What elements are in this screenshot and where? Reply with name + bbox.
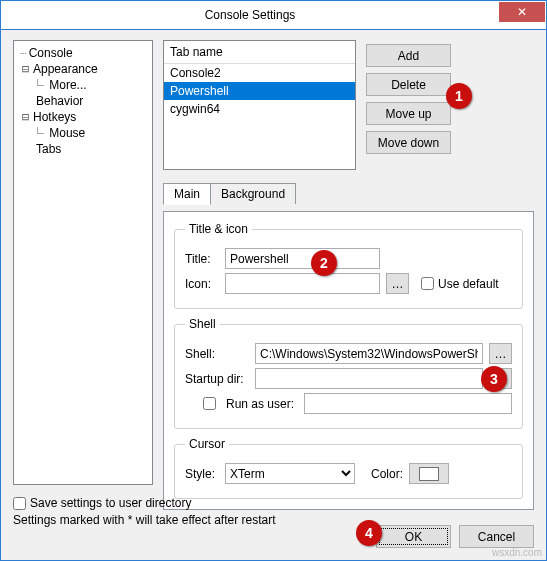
restart-note: Settings marked with * will take effect …: [13, 513, 276, 527]
tree-label: Behavior: [34, 94, 83, 108]
close-button[interactable]: ✕: [499, 2, 545, 22]
tree-label: Hotkeys: [31, 110, 76, 124]
run-as-user-checkbox[interactable]: [203, 397, 216, 410]
group-legend: Title & icon: [185, 222, 252, 236]
title-label: Title:: [185, 252, 219, 266]
tree-item-appearance[interactable]: ⊟Appearance: [16, 61, 150, 77]
tab-page-main: Title & icon Title: Icon: … Use default: [163, 211, 534, 510]
startup-dir-browse-button[interactable]: …: [489, 368, 512, 389]
tree-item-console[interactable]: ┄Console: [16, 45, 150, 61]
group-title-icon: Title & icon Title: Icon: … Use default: [174, 222, 523, 309]
window-title: Console Settings: [1, 8, 499, 22]
tab-name-item[interactable]: cygwin64: [164, 100, 355, 118]
move-down-button[interactable]: Move down: [366, 131, 451, 154]
tab-name-item[interactable]: Powershell: [164, 82, 355, 100]
use-default-text: Use default: [438, 277, 499, 291]
title-input[interactable]: [225, 248, 380, 269]
color-swatch: [419, 467, 439, 481]
style-select[interactable]: XTerm: [225, 463, 355, 484]
tab-name-item[interactable]: Console2: [164, 64, 355, 82]
dialog-body: ┄Console ⊟Appearance └╴More... Behavior …: [0, 30, 547, 561]
save-to-dir-checkbox[interactable]: [13, 497, 26, 510]
group-shell: Shell Shell: … Startup dir: … Run as use…: [174, 317, 523, 429]
add-button[interactable]: Add: [366, 44, 451, 67]
tree-item-hotkeys[interactable]: ⊟Hotkeys: [16, 109, 150, 125]
run-as-user-label: Run as user:: [226, 397, 294, 411]
cancel-button[interactable]: Cancel: [459, 525, 534, 548]
tab-main[interactable]: Main: [163, 183, 211, 205]
style-label: Style:: [185, 467, 219, 481]
move-up-button[interactable]: Move up: [366, 102, 451, 125]
tree-connector: └╴: [34, 79, 47, 92]
delete-button[interactable]: Delete: [366, 73, 451, 96]
startup-dir-label: Startup dir:: [185, 372, 249, 386]
tree-connector: ┄: [20, 47, 27, 60]
icon-input[interactable]: [225, 273, 380, 294]
tree-label: More...: [47, 78, 86, 92]
shell-input[interactable]: [255, 343, 483, 364]
tab-name-header: Tab name: [164, 41, 355, 64]
tree-label: Appearance: [31, 62, 98, 76]
save-to-dir-label[interactable]: Save settings to user directory: [13, 496, 191, 510]
tree-label: Console: [27, 46, 73, 60]
tree-item-tabs[interactable]: Tabs: [16, 141, 150, 157]
tab-background[interactable]: Background: [210, 183, 296, 204]
tree-connector: └╴: [34, 127, 47, 140]
run-as-user-input[interactable]: [304, 393, 512, 414]
tab-strip: Main Background: [163, 183, 534, 204]
watermark: wsxdn.com: [492, 547, 542, 558]
tree-label: Tabs: [34, 142, 61, 156]
ok-button[interactable]: OK: [376, 525, 451, 548]
shell-browse-button[interactable]: …: [489, 343, 512, 364]
color-label: Color:: [371, 467, 403, 481]
tree-label: Mouse: [47, 126, 85, 140]
shell-label: Shell:: [185, 347, 249, 361]
startup-dir-input[interactable]: [255, 368, 483, 389]
use-default-checkbox[interactable]: [421, 277, 434, 290]
use-default-label[interactable]: Use default: [421, 277, 499, 291]
titlebar: Console Settings ✕: [0, 0, 547, 30]
close-icon: ✕: [517, 5, 527, 19]
ellipsis-icon: …: [392, 277, 404, 291]
settings-tree[interactable]: ┄Console ⊟Appearance └╴More... Behavior …: [13, 40, 153, 485]
group-legend: Cursor: [185, 437, 229, 451]
tree-item-mouse[interactable]: └╴Mouse: [30, 125, 150, 141]
tree-collapse-icon[interactable]: ⊟: [20, 112, 31, 123]
color-button[interactable]: [409, 463, 449, 484]
tree-collapse-icon[interactable]: ⊟: [20, 64, 31, 75]
tree-item-behavior[interactable]: Behavior: [16, 93, 150, 109]
tree-item-more[interactable]: └╴More...: [30, 77, 150, 93]
ellipsis-icon: …: [495, 372, 507, 386]
tab-name-list[interactable]: Tab name Console2 Powershell cygwin64: [163, 40, 356, 170]
icon-browse-button[interactable]: …: [386, 273, 409, 294]
icon-label: Icon:: [185, 277, 219, 291]
group-legend: Shell: [185, 317, 220, 331]
ellipsis-icon: …: [495, 347, 507, 361]
save-to-dir-text: Save settings to user directory: [30, 496, 191, 510]
